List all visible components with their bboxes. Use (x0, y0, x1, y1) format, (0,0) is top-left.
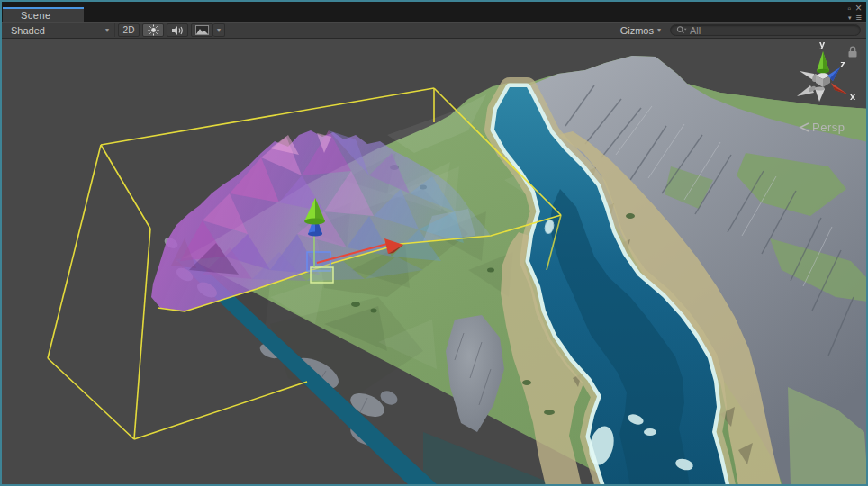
panel-dropdown-icon[interactable]: ▾ (848, 14, 852, 22)
gizmos-label: Gizmos (620, 25, 654, 36)
window-controls: ▫ × ▾ ≡ (847, 2, 862, 22)
dropdown-icon: ▾ (217, 26, 221, 34)
scene-search-field[interactable] (670, 24, 861, 36)
projection-label: Persp (812, 121, 845, 134)
axis-y-label: y (819, 39, 826, 50)
dropdown-icon: ▾ (657, 26, 661, 34)
scene-window: Scene ▫ × ▾ ≡ Shaded ▾ 2D (0, 0, 868, 486)
toggle-2d-label: 2D (123, 25, 135, 35)
search-icon (676, 25, 687, 35)
audio-icon (171, 25, 184, 36)
sun-icon (148, 24, 159, 36)
toolbar-right-group: Gizmos ▾ (617, 23, 861, 37)
search-input[interactable] (690, 25, 854, 36)
toggle-2d-button[interactable]: 2D (118, 23, 140, 37)
scene-canvas[interactable]: y z x Persp (2, 39, 866, 484)
move-plane-handle-green[interactable] (311, 267, 333, 283)
axis-x-label: x (850, 91, 856, 102)
shading-mode-label: Shaded (11, 25, 45, 36)
lighting-toggle-button[interactable] (142, 23, 164, 37)
tab-scene-label: Scene (21, 10, 51, 21)
panel-menu-icon[interactable]: ≡ (856, 14, 862, 22)
shading-mode-dropdown[interactable]: Shaded ▾ (5, 23, 115, 37)
axis-z-label: z (840, 58, 845, 69)
audio-toggle-button[interactable] (167, 23, 188, 37)
tab-scene[interactable]: Scene (3, 7, 84, 22)
scene-toolbar: Shaded ▾ 2D (2, 22, 866, 39)
scene-viewport[interactable]: y z x Persp (2, 39, 866, 484)
dropdown-icon: ▾ (105, 26, 109, 34)
titlebar: Scene ▫ × ▾ ≡ (2, 2, 866, 22)
maximize-icon[interactable]: ▫ (847, 4, 851, 13)
gizmos-dropdown[interactable]: Gizmos ▾ (617, 23, 665, 37)
image-icon (195, 25, 209, 35)
effects-toggle-button[interactable] (191, 23, 213, 37)
effects-dropdown-button[interactable]: ▾ (213, 23, 225, 37)
